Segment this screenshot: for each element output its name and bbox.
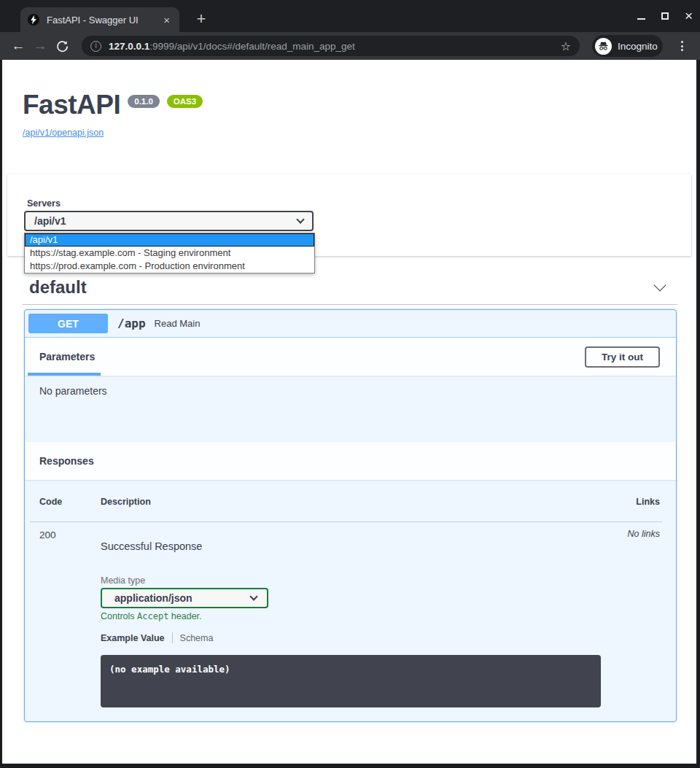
tab-strip: FastAPI - Swagger UI × + × [0,0,700,32]
operation-summary[interactable]: GET /app Read Main [25,310,676,338]
accept-header-hint: Controls Accept header. [101,611,202,621]
hint-prefix: Controls [101,611,137,621]
response-code: 200 [39,530,56,540]
reload-icon [56,40,69,53]
column-header-description: Description [101,497,151,507]
parameters-header: Parameters Try it out [25,338,676,376]
divider [172,632,173,643]
url-bar[interactable]: i 127.0.0.1 :9999/api/v1/docs#/default/r… [82,36,580,56]
server-option[interactable]: https://prod.example.com - Production en… [25,260,314,273]
fastapi-favicon-icon [28,14,39,26]
window-close-button[interactable]: × [685,10,693,22]
incognito-icon [595,38,612,55]
swagger-page: FastAPI 0.1.0 OAS3 /api/v1/openapi.json … [2,60,696,764]
servers-label: Servers [27,198,61,209]
responses-header: Responses [25,442,676,480]
window-maximize-button[interactable] [661,12,669,20]
close-tab-icon[interactable]: × [161,15,172,26]
media-type-select[interactable]: application/json [101,588,268,608]
hint-suffix: header. [168,611,201,621]
oas3-badge: OAS3 [167,95,203,108]
example-code-text: (no example available) [109,664,230,675]
incognito-badge: Incognito [592,35,663,57]
info-icon[interactable]: i [90,41,101,52]
operation-path: /app [117,317,146,330]
chevron-down-icon[interactable] [654,279,666,292]
tag-name: default [29,277,87,298]
url-path: :9999/api/v1/docs#/default/read_main_app… [149,41,560,52]
bookmark-star-icon[interactable]: ☆ [561,39,571,53]
page-title: FastAPI [23,89,120,121]
api-title-bar: FastAPI 0.1.0 OAS3 [23,89,203,121]
window-controls: × [637,9,693,23]
response-links: No links [628,529,660,539]
method-badge: GET [28,314,108,333]
back-button[interactable]: ← [7,38,29,54]
browser-toolbar: ← → i 127.0.0.1 :9999/api/v1/docs#/defau… [0,32,700,60]
chevron-down-icon [296,215,304,223]
servers-select[interactable]: /api/v1 [24,211,314,231]
servers-select-value: /api/v1 [34,215,66,227]
tag-section-default[interactable]: default [29,274,664,300]
reload-button[interactable] [51,40,73,53]
media-type-label: Media type [101,575,145,586]
responses-title: Responses [39,455,94,467]
hint-code: Accept [137,611,168,621]
new-tab-button[interactable]: + [191,9,211,29]
server-option[interactable]: https://stag.example.com - Staging envir… [25,247,314,260]
try-it-out-button[interactable]: Try it out [585,346,660,368]
no-parameters-text: No parameters [39,385,107,397]
media-type-value: application/json [114,592,192,604]
tab-schema[interactable]: Schema [180,633,214,643]
incognito-label: Incognito [618,41,658,52]
column-header-code: Code [39,497,62,507]
tab-example-value[interactable]: Example Value [101,633,165,643]
forward-button[interactable]: → [29,38,51,54]
example-schema-tabs: Example Value Schema [101,632,213,643]
opblock-get-app: GET /app Read Main Parameters Try it out… [24,309,677,722]
tab-title: FastAPI - Swagger UI [47,15,161,26]
menu-kebab-icon[interactable] [677,39,687,53]
servers-dropdown-list: /api/v1 https://stag.example.com - Stagi… [24,233,315,274]
window-minimize-button[interactable] [637,18,645,20]
server-option[interactable]: /api/v1 [25,233,314,247]
parameters-title: Parameters [39,351,95,362]
url-host: 127.0.0.1 [109,41,149,52]
chevron-down-icon [249,592,257,600]
column-header-links: Links [636,497,660,507]
operation-description: Read Main [155,318,201,329]
example-code-block: (no example available) [101,655,601,707]
version-badge: 0.1.0 [128,95,160,108]
active-tab-underline [28,373,101,376]
divider [23,304,677,305]
openapi-spec-link[interactable]: /api/v1/openapi.json [23,128,104,138]
response-description: Successful Response [101,540,202,552]
divider [30,521,662,522]
browser-tab[interactable]: FastAPI - Swagger UI × [20,7,179,32]
